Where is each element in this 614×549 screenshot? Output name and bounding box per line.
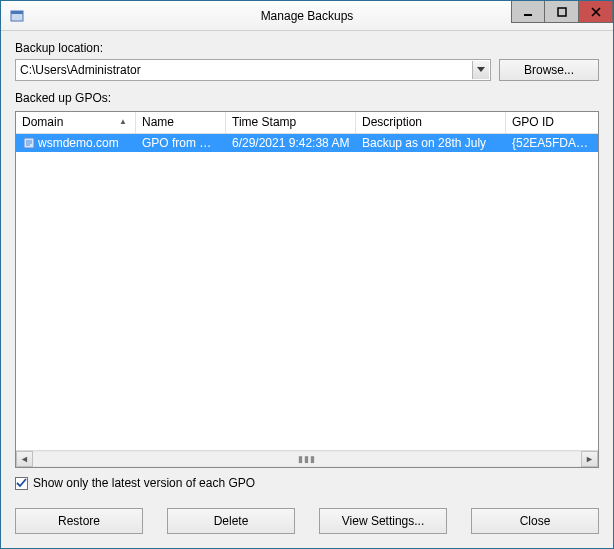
titlebar[interactable]: Manage Backups bbox=[1, 1, 613, 31]
column-time[interactable]: Time Stamp bbox=[226, 112, 356, 133]
listview-body[interactable]: wsmdemo.com GPO from GP... 6/29/2021 9:4… bbox=[16, 134, 598, 450]
cell-gpoid: {52EA5FDA-95... bbox=[506, 135, 598, 151]
chevron-down-icon[interactable] bbox=[472, 61, 489, 79]
latest-only-checkbox[interactable] bbox=[15, 477, 28, 490]
cell-name: GPO from GP... bbox=[136, 135, 226, 151]
manage-backups-window: Manage Backups Backup location: C:\Users… bbox=[0, 0, 614, 549]
backup-location-label: Backup location: bbox=[15, 41, 599, 55]
client-area: Backup location: C:\Users\Administrator … bbox=[1, 31, 613, 548]
scroll-track[interactable]: ▮▮▮ bbox=[33, 451, 581, 467]
close-window-button[interactable] bbox=[579, 1, 613, 23]
minimize-button[interactable] bbox=[511, 1, 545, 23]
close-button[interactable]: Close bbox=[471, 508, 599, 534]
cell-time: 6/29/2021 9:42:38 AM bbox=[226, 135, 356, 151]
view-settings-button[interactable]: View Settings... bbox=[319, 508, 447, 534]
latest-only-row[interactable]: Show only the latest version of each GPO bbox=[15, 476, 599, 490]
maximize-button[interactable] bbox=[545, 1, 579, 23]
window-controls bbox=[511, 1, 613, 30]
svg-rect-3 bbox=[558, 8, 566, 16]
column-name[interactable]: Name bbox=[136, 112, 226, 133]
backup-location-value: C:\Users\Administrator bbox=[20, 63, 141, 77]
browse-button[interactable]: Browse... bbox=[499, 59, 599, 81]
app-icon bbox=[9, 8, 25, 24]
table-row[interactable]: wsmdemo.com GPO from GP... 6/29/2021 9:4… bbox=[16, 134, 598, 152]
svg-rect-1 bbox=[11, 11, 23, 14]
delete-button[interactable]: Delete bbox=[167, 508, 295, 534]
horizontal-scrollbar[interactable]: ◄ ▮▮▮ ► bbox=[16, 450, 598, 467]
latest-only-label: Show only the latest version of each GPO bbox=[33, 476, 255, 490]
cell-desc: Backup as on 28th July bbox=[356, 135, 506, 151]
scroll-left-button[interactable]: ◄ bbox=[16, 451, 33, 467]
gpo-icon bbox=[22, 136, 36, 150]
column-description[interactable]: Description bbox=[356, 112, 506, 133]
column-domain[interactable]: Domain bbox=[16, 112, 136, 133]
listview-header[interactable]: Domain Name Time Stamp Description GPO I… bbox=[16, 112, 598, 134]
cell-domain: wsmdemo.com bbox=[16, 135, 136, 152]
backup-location-combo[interactable]: C:\Users\Administrator bbox=[15, 59, 491, 81]
svg-rect-2 bbox=[524, 14, 532, 16]
button-bar: Restore Delete View Settings... Close bbox=[15, 508, 599, 534]
column-gpoid[interactable]: GPO ID bbox=[506, 112, 598, 133]
restore-button[interactable]: Restore bbox=[15, 508, 143, 534]
scroll-right-button[interactable]: ► bbox=[581, 451, 598, 467]
gpo-listview[interactable]: Domain Name Time Stamp Description GPO I… bbox=[15, 111, 599, 468]
backed-up-gpos-label: Backed up GPOs: bbox=[15, 91, 599, 105]
